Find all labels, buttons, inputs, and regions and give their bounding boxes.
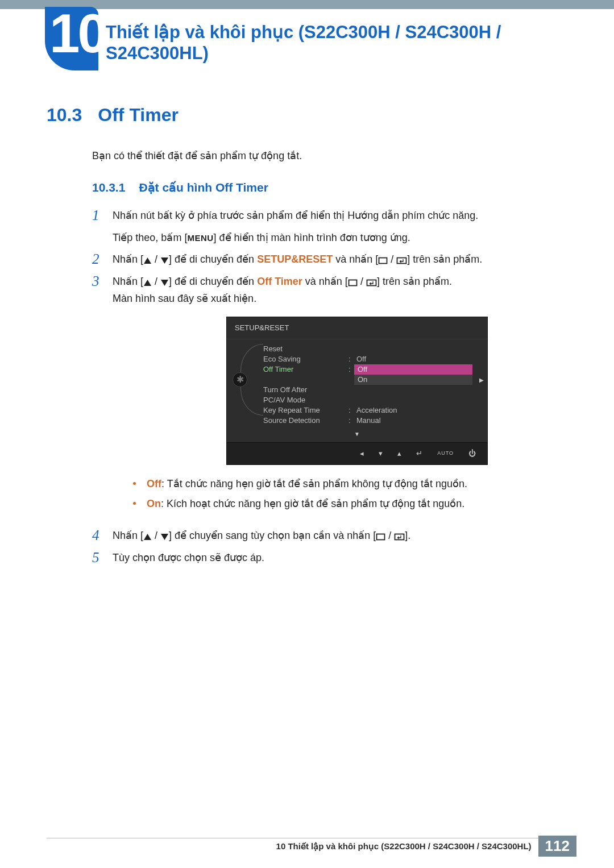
- svg-rect-4: [377, 534, 385, 540]
- osd-footer-icons: ◂ ▾ ▴ ↵ AUTO ⏻: [227, 442, 487, 464]
- nav-up-icon: ▴: [397, 447, 401, 460]
- rect-icon: [378, 257, 388, 264]
- step-body: Tùy chọn được chọn sẽ được áp.: [113, 549, 553, 567]
- section-title: Off Timer: [98, 105, 179, 125]
- step-body: Nhấn [ / ] để chuyển sang tùy chọn bạn c…: [113, 527, 553, 545]
- triangle-up-icon: [143, 533, 152, 541]
- step-number: 5: [92, 549, 113, 566]
- step-body: Nhấn nút bất kỳ ở phía trước sản phẩm để…: [113, 207, 553, 246]
- subsection-title: Đặt cấu hình Off Timer: [139, 181, 268, 194]
- content: 10.3Off Timer Bạn có thể thiết đặt để sả…: [47, 105, 553, 571]
- subsection-heading: 10.3.1Đặt cấu hình Off Timer: [92, 181, 553, 194]
- osd-menu-list: Reset Eco Saving:Off Off Timer: Off On T…: [261, 344, 480, 426]
- chapter-badge: 10: [45, 7, 98, 70]
- rect-icon: [376, 533, 385, 541]
- section-heading: 10.3Off Timer: [47, 105, 553, 126]
- chevron-down-icon: ▼: [227, 428, 487, 442]
- triangle-down-icon: [160, 279, 169, 286]
- bullet-off: Off: Tắt chức năng hẹn giờ tắt để sản ph…: [133, 475, 553, 493]
- osd-row-source-detection: Source Detection:Manual: [261, 416, 480, 426]
- page-footer: 10 Thiết lập và khôi phục (S22C300H / S2…: [47, 836, 576, 857]
- gear-icon: ✱: [233, 372, 247, 387]
- power-icon: ⏻: [468, 447, 476, 460]
- step-2: 2 Nhấn [ / ] để di chuyển đến SETUP&RESE…: [92, 251, 553, 268]
- osd-row-off-timer: Off Timer: Off On: [261, 364, 480, 375]
- osd-value-highlight: Off: [354, 364, 472, 375]
- enter-icon: [396, 257, 407, 264]
- step-number: 1: [92, 207, 113, 224]
- bullet-list: Off: Tắt chức năng hẹn giờ tắt để sản ph…: [133, 475, 553, 512]
- svg-rect-2: [349, 280, 356, 285]
- auto-label: AUTO: [437, 449, 454, 458]
- page-number-badge: 112: [538, 836, 576, 857]
- enter-icon: [394, 533, 405, 541]
- footer-text: 10 Thiết lập và khôi phục (S22C300H / S2…: [276, 841, 532, 852]
- svg-rect-1: [397, 258, 406, 264]
- step-1: 1 Nhấn nút bất kỳ ở phía trước sản phẩm …: [92, 207, 553, 246]
- triangle-down-icon: [160, 257, 169, 264]
- triangle-up-icon: [143, 257, 152, 264]
- chapter-title: Thiết lập và khôi phục (S22C300H / S24C3…: [106, 22, 549, 64]
- osd-title: SETUP&RESET: [227, 317, 487, 339]
- rect-icon: [348, 279, 358, 286]
- enter-small-icon: ↵: [416, 447, 422, 460]
- step-body: Nhấn [ / ] để di chuyển đến Off Timer và…: [113, 273, 553, 523]
- svg-rect-3: [367, 280, 376, 285]
- chapter-number: 10: [49, 7, 98, 60]
- section-number: 10.3: [47, 105, 82, 125]
- osd-panel: SETUP&RESET ✱ Reset Eco Saving:Off Off T…: [226, 317, 488, 465]
- step-4: 4 Nhấn [ / ] để chuyển sang tùy chọn bạn…: [92, 527, 553, 545]
- svg-rect-5: [395, 534, 404, 540]
- triangle-up-icon: [143, 279, 152, 286]
- step-3: 3 Nhấn [ / ] để di chuyển đến Off Timer …: [92, 273, 553, 523]
- subsection-number: 10.3.1: [92, 181, 125, 194]
- menu-key-label: MENU: [187, 233, 213, 243]
- keyword-setup-reset: SETUP&RESET: [257, 254, 333, 265]
- step-number: 3: [92, 273, 113, 290]
- step-list: 1 Nhấn nút bất kỳ ở phía trước sản phẩm …: [92, 207, 553, 567]
- osd-value-sub: On: [354, 375, 472, 385]
- svg-rect-0: [379, 258, 387, 264]
- chevron-right-icon: ▶: [479, 375, 484, 385]
- section-intro: Bạn có thể thiết đặt để sản phẩm tự động…: [92, 148, 553, 164]
- step-number: 4: [92, 527, 113, 544]
- nav-left-icon: ◂: [360, 447, 364, 460]
- keyword-off-timer: Off Timer: [257, 276, 302, 287]
- osd-screenshot: SETUP&RESET ✱ Reset Eco Saving:Off Off T…: [226, 317, 553, 465]
- nav-down-icon: ▾: [379, 447, 383, 460]
- bullet-on: On: Kích hoạt chức năng hẹn giờ tắt để s…: [133, 495, 553, 513]
- enter-icon: [366, 279, 377, 286]
- triangle-down-icon: [160, 533, 169, 541]
- step-body: Nhấn [ / ] để di chuyển đến SETUP&RESET …: [113, 251, 553, 268]
- step-number: 2: [92, 251, 113, 268]
- step-5: 5 Tùy chọn được chọn sẽ được áp.: [92, 549, 553, 567]
